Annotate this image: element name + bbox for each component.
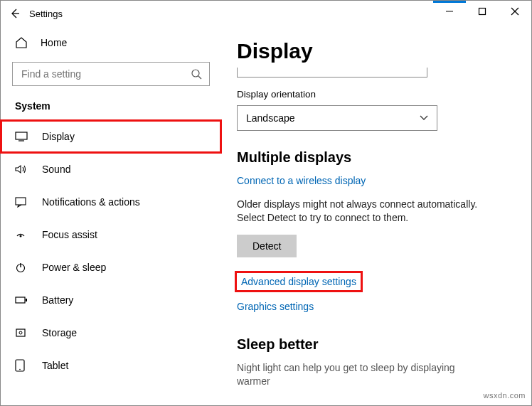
focus-icon (15, 229, 31, 240)
window-title: Settings (29, 9, 63, 19)
detect-button[interactable]: Detect (237, 235, 297, 257)
minimize-button[interactable] (433, 1, 466, 22)
notifications-icon (15, 196, 31, 208)
search-icon (191, 68, 202, 80)
connect-wireless-link[interactable]: Connect to a wireless display (237, 175, 366, 186)
nav-storage[interactable]: Storage (1, 316, 221, 349)
nav-label: Sound (42, 164, 70, 175)
home-label: Home (41, 37, 67, 48)
nav-label: Power & sleep (42, 262, 106, 273)
close-button[interactable] (499, 1, 531, 22)
maximize-icon (478, 7, 486, 16)
svg-point-16 (19, 331, 22, 334)
scale-slider-stub[interactable] (237, 68, 427, 78)
power-icon (15, 262, 31, 273)
sleep-better-heading: Sleep better (237, 336, 516, 353)
svg-rect-15 (16, 329, 25, 336)
arrow-left-icon (9, 8, 21, 19)
nav-label: Notifications & actions (42, 196, 140, 208)
battery-icon (15, 296, 31, 304)
orientation-value: Landscape (246, 112, 295, 124)
sleep-better-text: Night light can help you get to sleep by… (237, 361, 486, 388)
search-box[interactable] (12, 62, 210, 86)
display-icon (15, 132, 31, 141)
nav-sound[interactable]: Sound (1, 153, 221, 186)
svg-rect-2 (479, 9, 486, 15)
svg-point-18 (19, 369, 21, 370)
svg-rect-9 (16, 198, 26, 205)
svg-line-6 (198, 76, 201, 79)
category-header: System (1, 97, 221, 120)
multiple-displays-heading: Multiple displays (237, 149, 516, 166)
nav-label: Tablet (42, 360, 68, 371)
svg-rect-14 (26, 299, 27, 301)
storage-icon (15, 327, 31, 338)
search-input[interactable] (20, 68, 191, 80)
home-icon (15, 36, 31, 49)
tablet-icon (15, 359, 31, 372)
advanced-display-link[interactable]: Advanced display settings (241, 276, 356, 287)
svg-rect-13 (16, 297, 25, 303)
nav-notifications[interactable]: Notifications & actions (1, 186, 221, 218)
nav-label: Storage (42, 327, 77, 338)
graphics-settings-link[interactable]: Graphics settings (237, 301, 314, 312)
nav-label: Battery (42, 294, 73, 306)
svg-point-10 (20, 235, 22, 237)
home-nav[interactable]: Home (1, 31, 221, 55)
nav-label: Focus assist (42, 229, 97, 240)
close-icon (511, 7, 519, 16)
nav-tablet[interactable]: Tablet (1, 349, 221, 382)
chevron-down-icon (420, 115, 428, 121)
sidebar: Home System Display Sound Notifications … (1, 26, 221, 405)
nav-display[interactable]: Display (1, 120, 221, 153)
older-displays-text: Older displays might not always connect … (237, 198, 486, 225)
orientation-select[interactable]: Landscape (237, 105, 437, 131)
svg-rect-7 (16, 132, 27, 139)
sound-icon (15, 164, 31, 174)
nav-battery[interactable]: Battery (1, 284, 221, 316)
minimize-icon (445, 7, 454, 16)
orientation-label: Display orientation (237, 89, 516, 100)
watermark: wsxdn.com (483, 391, 526, 400)
nav-focus-assist[interactable]: Focus assist (1, 218, 221, 251)
back-button[interactable] (1, 8, 29, 19)
nav-label: Display (42, 131, 75, 142)
nav-power-sleep[interactable]: Power & sleep (1, 251, 221, 284)
page-title: Display (237, 39, 516, 63)
svg-point-5 (192, 70, 199, 77)
main-panel: Display Display orientation Landscape Mu… (221, 26, 531, 405)
maximize-button[interactable] (466, 1, 499, 22)
